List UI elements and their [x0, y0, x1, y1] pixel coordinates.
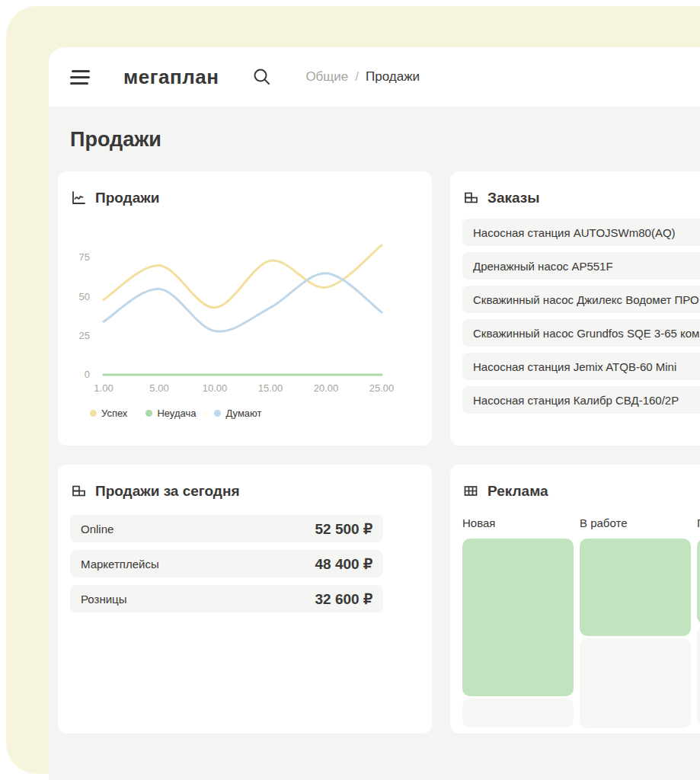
breadcrumb-section[interactable]: Общие: [305, 69, 348, 85]
order-item[interactable]: Насосная станция AUTOJSWm80(AQ): [462, 219, 700, 246]
chart-line-Успех: [104, 245, 382, 308]
order-item[interactable]: Насосная станция Калибр СВД-160/2Р: [462, 386, 700, 414]
card-orders-title: Заказы: [487, 190, 539, 206]
breadcrumb: Общие / Продажи: [305, 69, 420, 85]
app-logo[interactable]: мегаплан: [123, 66, 219, 89]
sales-row-value: 48 400 ₽: [315, 555, 372, 573]
card-ads-title: Реклама: [487, 483, 548, 500]
chart-legend: УспехНеудачаДумают: [90, 408, 420, 419]
svg-text:0: 0: [85, 369, 90, 380]
svg-text:50: 50: [79, 291, 90, 302]
sales-today-row[interactable]: Маркетплейсы48 400 ₽: [70, 550, 383, 577]
kanban-card-block[interactable]: [580, 638, 691, 728]
sales-row-value: 52 500 ₽: [315, 520, 372, 538]
svg-text:15.00: 15.00: [258, 382, 283, 394]
kanban-grid-icon: [462, 483, 479, 500]
kanban-card-block[interactable]: [462, 698, 574, 727]
legend-dot: [145, 410, 152, 417]
svg-text:25.00: 25.00: [369, 382, 395, 394]
line-chart-icon: [70, 190, 87, 206]
page-title: Продажи: [70, 128, 700, 152]
card-orders: Заказы Насосная станция AUTOJSWm80(AQ)Др…: [450, 171, 700, 446]
sales-chart-svg: 02550751.005.0010.0015.0020.0025.00: [70, 219, 408, 400]
kanban-column: П: [697, 516, 700, 730]
app-panel: мегаплан Общие / Продажи Продажи: [49, 47, 700, 780]
sales-today-row[interactable]: Online52 500 ₽: [70, 515, 383, 542]
legend-label: Неудача: [157, 408, 196, 419]
order-item[interactable]: Скважинный насос Grundfos SQE 3-65 ком: [462, 319, 700, 347]
kanban-column: В работе: [580, 516, 691, 730]
kanban-column-label: П: [697, 516, 700, 529]
table-blocks-icon: [462, 190, 479, 206]
breadcrumb-current: Продажи: [366, 69, 420, 85]
card-sales-today-head: Продажи за сегодня: [70, 483, 420, 500]
kanban-card-block[interactable]: [580, 539, 691, 636]
sales-today-rows: Online52 500 ₽Маркетплейсы48 400 ₽Розниц…: [70, 515, 420, 612]
sales-row-value: 32 600 ₽: [315, 590, 372, 608]
sales-chart: 02550751.005.0010.0015.0020.0025.00 Успе…: [70, 219, 420, 419]
table-blocks-icon: [70, 483, 87, 500]
app-header: мегаплан Общие / Продажи: [49, 47, 700, 107]
card-sales-chart-title: Продажи: [95, 190, 159, 206]
kanban-card-block[interactable]: [697, 626, 700, 725]
svg-text:75: 75: [79, 251, 90, 263]
svg-text:10.00: 10.00: [203, 382, 228, 394]
kanban-column-label: Новая: [462, 516, 574, 529]
sales-row-label: Online: [81, 523, 113, 535]
svg-text:25: 25: [79, 330, 90, 341]
order-item[interactable]: Насосная станция Jemix ATQB-60 Mini: [462, 353, 700, 380]
kanban-card-block[interactable]: [697, 539, 700, 624]
kanban-column-label: В работе: [580, 516, 691, 529]
ads-kanban: НоваяВ работеП: [462, 516, 700, 730]
legend-dot: [90, 410, 97, 417]
legend-label: Думают: [225, 408, 261, 419]
legend-item[interactable]: Думают: [214, 408, 261, 419]
card-sales-chart: Продажи 02550751.005.0010.0015.0020.0025…: [58, 171, 432, 446]
breadcrumb-separator: /: [355, 69, 359, 85]
svg-text:5.00: 5.00: [149, 382, 168, 394]
sales-row-label: Маркетплейсы: [81, 558, 159, 571]
card-ads: Реклама НоваяВ работеП: [450, 465, 700, 734]
card-ads-head: Реклама: [462, 483, 700, 500]
legend-dot: [214, 410, 221, 417]
card-sales-today-title: Продажи за сегодня: [95, 483, 240, 500]
legend-item[interactable]: Неудача: [145, 408, 196, 419]
card-orders-head: Заказы: [462, 190, 700, 206]
kanban-card-block[interactable]: [462, 539, 574, 696]
menu-icon[interactable]: [70, 70, 90, 85]
orders-list: Насосная станция AUTOJSWm80(AQ)Дренажный…: [462, 219, 700, 414]
content-area: Продажи Продажи 02550751.005.0010.0015.0…: [49, 107, 700, 734]
svg-text:20.00: 20.00: [314, 382, 339, 394]
order-item[interactable]: Скважинный насос Джилекс Водомет ПРО: [462, 286, 700, 313]
sales-today-row[interactable]: Розницы32 600 ₽: [70, 585, 383, 612]
order-item[interactable]: Дренажный насос AP551F: [462, 252, 700, 280]
card-sales-today: Продажи за сегодня Online52 500 ₽Маркетп…: [58, 465, 432, 734]
kanban-column: Новая: [462, 516, 574, 730]
card-sales-chart-head: Продажи: [70, 190, 420, 206]
svg-text:1.00: 1.00: [94, 382, 113, 394]
cards-grid: Продажи 02550751.005.0010.0015.0020.0025…: [58, 171, 700, 734]
legend-item[interactable]: Успех: [90, 408, 127, 419]
legend-label: Успех: [101, 408, 127, 419]
search-icon[interactable]: [252, 67, 272, 87]
sales-row-label: Розницы: [81, 593, 126, 606]
